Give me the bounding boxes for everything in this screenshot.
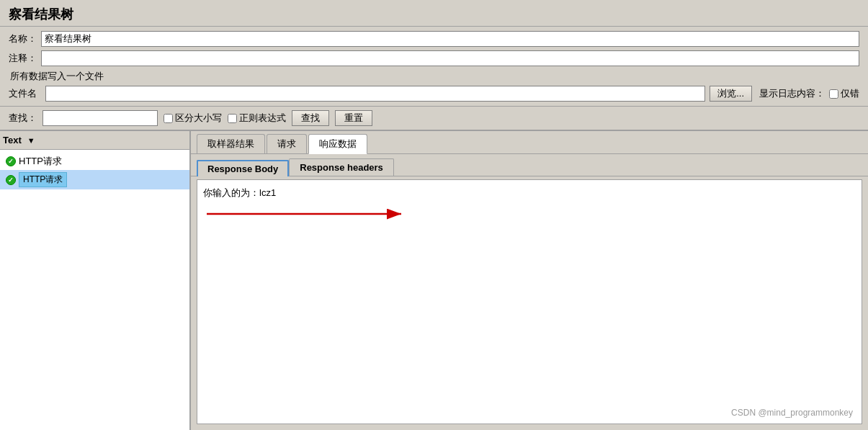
page-title: 察看结果树: [9, 6, 859, 23]
case-sensitive-checkbox[interactable]: [164, 114, 173, 123]
response-body-text: 你输入的为：lcz1: [203, 186, 856, 201]
watermark: CSDN @mind_programmonkey: [731, 408, 853, 418]
browse-button[interactable]: 浏览...: [710, 86, 752, 102]
arrow-container: [203, 204, 856, 229]
right-panel: 取样器结果 请求 响应数据 Response Body Response hea…: [191, 131, 868, 430]
response-text: 你输入的为：lcz1: [197, 180, 862, 235]
note-input[interactable]: [41, 50, 859, 66]
inner-tabs-row: Response Body Response headers: [191, 154, 868, 176]
log-label: 显示日志内容：: [759, 87, 825, 100]
left-panel-content: HTTP请求 HTTP请求: [0, 150, 189, 430]
dropdown-button[interactable]: ▼: [24, 131, 38, 150]
file-row: 文件名 浏览... 显示日志内容： 仅错: [9, 86, 859, 102]
file-note: 所有数据写入一个文件: [9, 70, 859, 83]
name-label: 名称：: [9, 32, 37, 45]
note-label: 注释：: [9, 52, 37, 65]
search-bar: 查找： 区分大小写 正则表达式 查找 重置: [0, 107, 868, 131]
status-icon-2: [6, 175, 16, 185]
item-label-1: HTTP请求: [19, 155, 62, 168]
search-input[interactable]: [42, 110, 158, 126]
regex-text: 正则表达式: [239, 112, 286, 125]
case-sensitive-text: 区分大小写: [175, 112, 222, 125]
file-input[interactable]: [45, 86, 705, 102]
panel-title: Text: [0, 135, 24, 145]
file-label: 文件名: [9, 87, 37, 100]
arrow-svg: [203, 204, 412, 224]
only-error-label[interactable]: 仅错: [829, 87, 859, 100]
regex-label[interactable]: 正则表达式: [228, 112, 286, 125]
left-panel-header: Text ▼: [0, 131, 189, 150]
status-icon-1: [6, 156, 16, 166]
tab-sampler-result[interactable]: 取样器结果: [197, 134, 265, 153]
tabs-row: 取样器结果 请求 响应数据: [191, 131, 868, 154]
tab-response-body[interactable]: Response Body: [197, 160, 289, 176]
case-sensitive-label[interactable]: 区分大小写: [164, 112, 222, 125]
tab-response-data[interactable]: 响应数据: [308, 134, 367, 154]
main-container: 察看结果树 名称： 注释： 所有数据写入一个文件 文件名 浏览... 显示日志内…: [0, 0, 868, 430]
only-error-text: 仅错: [841, 87, 859, 100]
reset-button[interactable]: 重置: [335, 110, 372, 126]
left-panel: Text ▼ HTTP请求 HTTP请求: [0, 131, 191, 430]
list-item[interactable]: HTTP请求: [0, 170, 189, 189]
name-input[interactable]: [41, 31, 859, 47]
form-area: 名称： 注释： 所有数据写入一个文件 文件名 浏览... 显示日志内容： 仅错: [0, 27, 868, 107]
find-button[interactable]: 查找: [292, 110, 329, 126]
list-item[interactable]: HTTP请求: [0, 153, 189, 170]
name-row: 名称：: [9, 31, 859, 47]
only-error-checkbox[interactable]: [829, 89, 838, 99]
note-row: 注释：: [9, 50, 859, 66]
response-content-area: 你输入的为：lcz1 CSDN @mind_programmonkey: [197, 179, 862, 424]
tab-response-headers[interactable]: Response headers: [289, 158, 394, 176]
search-label: 查找：: [9, 112, 37, 125]
regex-checkbox[interactable]: [228, 114, 237, 123]
item-label-2: HTTP请求: [19, 172, 67, 187]
title-bar: 察看结果树: [0, 0, 868, 27]
content-area: Text ▼ HTTP请求 HTTP请求 取样器结果: [0, 131, 868, 430]
tab-request[interactable]: 请求: [267, 134, 307, 153]
